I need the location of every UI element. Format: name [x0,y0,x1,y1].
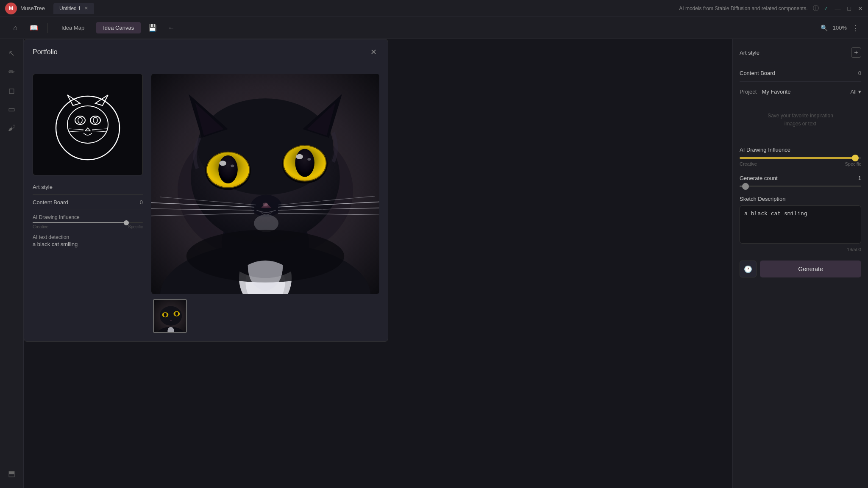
art-style-label: Art style [740,50,760,56]
home-btn[interactable]: ⌂ [8,21,22,35]
book-btn[interactable]: 📖 [27,21,41,35]
sketch-description-section: Sketch Description a black cat smiling 1… [740,196,861,252]
modal-art-style-label: Art style [33,184,53,190]
modal-ai-slider-thumb[interactable] [124,220,129,225]
app-name: MuseTree [20,5,45,11]
modal-title: Portfolio [33,48,58,56]
modal-right-panel [151,74,379,333]
generate-btn-row: 🕐 Generate [740,261,861,277]
svg-point-27 [218,155,238,183]
svg-line-12 [92,131,107,132]
modal-slider-labels: Creative Specific [33,225,143,229]
generate-btn[interactable]: Generate [760,261,861,277]
svg-point-7 [93,117,97,123]
panel-divider-1 [740,63,861,63]
portfolio-modal: Portfolio ✕ [24,39,388,342]
left-sidebar: ↖ ✏ ◻ ▭ 🖌 ⬒ [0,39,24,488]
save-hint: Save your favorite inspiration images or… [740,102,861,138]
svg-line-10 [69,131,83,132]
ai-drawing-slider-track[interactable] [740,157,861,159]
shape-tool[interactable]: ▭ [4,102,19,117]
export-tool[interactable]: ⬒ [4,466,19,481]
cat-sketch-svg [45,82,130,167]
maximize-btn[interactable]: □ [848,5,851,12]
modal-text-detect: AI text detection a black cat smiling [33,234,143,247]
modal-content-board-label: Content Board [33,199,68,205]
modal-content-board-count: 0 [140,199,143,205]
cursor-tool[interactable]: ↖ [4,46,19,61]
dropdown-label: All [851,89,857,95]
panel-divider-2 [740,81,861,82]
creative-label: Creative [740,161,757,166]
modal-left-panel: Art style Content Board 0 AI Drawing Inf… [33,74,143,333]
art-style-add-btn[interactable]: + [851,47,861,58]
svg-point-28 [219,161,226,166]
modal-ai-influence-label: AI Drawing Influence [33,214,143,220]
toolbar-separator [47,23,48,33]
svg-marker-8 [85,128,90,131]
info-icon[interactable]: ⓘ [813,5,819,12]
svg-point-3 [67,106,108,143]
sketch-description-input[interactable]: a black cat smiling [740,205,861,244]
thumbnail-item[interactable] [153,299,187,333]
generate-count-section: Generate count 1 [740,175,861,187]
svg-point-33 [295,149,314,177]
svg-marker-2 [95,95,108,105]
app-logo: M [5,3,17,14]
generate-count-label: Generate count [740,175,778,181]
svg-point-6 [78,117,82,123]
ai-drawing-influence-label: AI Drawing Influence [740,147,790,153]
checkmark-icon: ✓ [824,6,828,11]
modal-header: Portfolio ✕ [24,39,388,65]
toolbar: ⌂ 📖 Idea Map Idea Canvas 💾 ← 🔍 100% ⋮ [0,17,868,39]
paint-tool[interactable]: 🖌 [4,120,19,136]
ai-drawing-influence-section: AI Drawing Influence Creative Specific [740,147,861,166]
modal-body: Art style Content Board 0 AI Drawing Inf… [24,65,388,341]
modal-text-detect-label: AI text detection [33,234,143,240]
history-icon: 🕐 [744,265,752,273]
project-dropdown[interactable]: All ▾ [851,89,861,95]
minimize-btn[interactable]: — [835,5,841,12]
svg-line-11 [92,129,107,130]
thumbnail-strip [151,299,379,333]
tab-close-btn[interactable]: ✕ [84,6,88,11]
zoom-level: 100% [833,25,847,31]
right-panel: Art style + Content Board 0 Project My F… [732,39,868,488]
chevron-down-icon: ▾ [858,89,861,95]
tab-label: Untitled 1 [59,6,81,11]
svg-point-35 [307,158,311,161]
ai-drawing-slider-thumb[interactable] [852,155,859,161]
sketch-preview [33,74,143,175]
titlebar: M MuseTree Untitled 1 ✕ AI models from S… [0,0,868,17]
window-close-btn[interactable]: ✕ [858,5,863,12]
generate-count-slider-track[interactable] [740,186,861,187]
svg-point-55 [175,312,178,316]
eraser-tool[interactable]: ◻ [4,83,19,98]
generate-count-slider-thumb[interactable] [742,183,749,190]
project-row: Project My Favorite All ▾ [740,89,861,95]
idea-map-btn[interactable]: Idea Map [55,22,91,33]
more-options-btn[interactable]: ⋮ [852,23,860,33]
modal-ai-influence-row: AI Drawing Influence Creative Specific [33,214,143,229]
modal-close-btn[interactable]: ✕ [367,46,379,58]
save-btn[interactable]: 💾 [146,21,159,35]
generate-count-value: 1 [858,175,861,181]
char-count: 19/500 [740,247,861,252]
specific-label: Specific [845,161,861,166]
svg-point-39 [263,202,268,206]
svg-point-29 [231,164,234,167]
modal-ai-slider-track[interactable] [33,222,143,223]
modal-divider-1 [33,194,143,195]
modal-ai-slider-fill [33,222,126,223]
pen-tool[interactable]: ✏ [4,64,19,80]
back-btn[interactable]: ← [164,21,178,35]
modal-text-detect-value: a black cat smiling [33,241,143,247]
modal-art-style-row: Art style [33,184,143,190]
idea-canvas-btn[interactable]: Idea Canvas [96,22,141,33]
ai-drawing-slider-labels: Creative Specific [740,161,861,166]
svg-point-34 [296,154,303,159]
tab-untitled[interactable]: Untitled 1 ✕ [53,3,94,14]
modal-content-board-row: Content Board 0 [33,199,143,205]
project-value: My Favorite [762,89,790,95]
history-btn[interactable]: 🕐 [740,261,757,277]
